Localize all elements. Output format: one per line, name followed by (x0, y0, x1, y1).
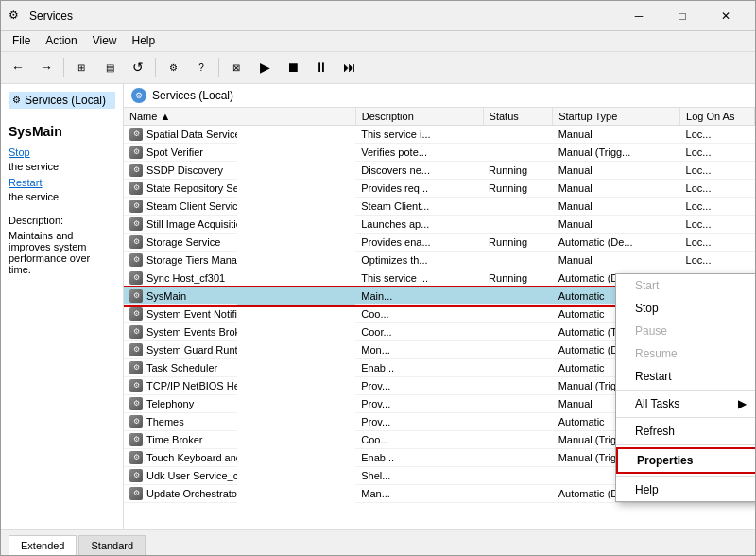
service-status-cell (483, 144, 553, 162)
back-button[interactable]: ← (5, 55, 31, 79)
table-row[interactable]: ⚙Still Image Acquisition EventsLaunches … (124, 216, 755, 234)
service-status-cell (483, 341, 553, 359)
service-status-cell (483, 252, 553, 269)
restart-button[interactable]: ⏭ (336, 55, 363, 79)
context-menu-refresh[interactable]: Refresh (616, 420, 755, 443)
service-name-text: SysMain (146, 290, 186, 302)
service-logon-cell: Loc... (680, 125, 755, 144)
service-status-cell (483, 467, 553, 485)
table-row[interactable]: ⚙Storage ServiceProvides ena...RunningAu… (124, 234, 755, 252)
service-logon-cell: Loc... (680, 162, 755, 180)
service-icon: ⚙ (129, 451, 143, 464)
menu-file[interactable]: File (5, 32, 38, 49)
service-name-cell: ⚙System Guard Runtime Mon... (124, 341, 237, 359)
table-row[interactable]: ⚙Storage Tiers ManagementOptimizes th...… (124, 252, 755, 269)
menu-view[interactable]: View (85, 32, 125, 49)
service-icon: ⚙ (129, 200, 143, 213)
context-menu-help[interactable]: Help (616, 478, 755, 501)
service-name-text: Update Orchestrator Service (146, 488, 237, 499)
context-menu-resume[interactable]: Resume (616, 342, 755, 365)
service-name-cell: ⚙Task Scheduler (124, 359, 237, 377)
context-menu-stop[interactable]: Stop (616, 297, 755, 320)
service-desc-cell: Steam Client... (355, 198, 483, 216)
service-name-text: TCP/IP NetBIOS Helper (146, 380, 237, 391)
context-menu-sep-3 (616, 444, 755, 445)
service-status-cell (483, 216, 553, 234)
service-name-text: Steam Client Service (146, 200, 237, 212)
stop-service-suffix: the service (9, 161, 59, 172)
service-desc-cell: Discovers ne... (355, 162, 483, 180)
service-name-text: Themes (146, 416, 184, 427)
col-logon[interactable]: Log On As (680, 108, 755, 126)
service-icon: ⚙ (129, 271, 143, 285)
service-name-text: Touch Keyboard and Handw... (146, 452, 237, 463)
context-menu-pause[interactable]: Pause (616, 320, 755, 342)
service-name-cell: ⚙Steam Client Service (124, 198, 237, 216)
service-name-cell: ⚙SSDP Discovery (124, 162, 237, 180)
service-name-cell: ⚙Touch Keyboard and Handw... (124, 449, 237, 467)
forward-button[interactable]: → (33, 55, 60, 79)
new-button[interactable]: ⊠ (223, 55, 249, 79)
description-label: Description: (9, 215, 115, 226)
service-icon: ⚙ (129, 217, 143, 231)
stop-service-link[interactable]: Stop (9, 147, 115, 158)
service-icon: ⚙ (129, 182, 143, 195)
show-console-tree-button[interactable]: ⊞ (68, 55, 94, 79)
service-name-text: Sync Host_cf301 (146, 272, 225, 284)
col-status[interactable]: Status (483, 108, 553, 126)
service-icon: ⚙ (129, 289, 143, 303)
service-desc-cell: Prov... (355, 395, 483, 413)
col-startup[interactable]: Startup Type (553, 108, 680, 126)
context-menu-restart[interactable]: Restart (616, 365, 755, 388)
close-button[interactable]: ✕ (704, 1, 747, 31)
toolbar-sep-2 (155, 58, 156, 77)
service-status-cell (483, 485, 553, 503)
service-icon: ⚙ (129, 361, 143, 374)
service-icon: ⚙ (129, 379, 143, 392)
menu-help[interactable]: Help (125, 32, 163, 49)
table-row[interactable]: ⚙Spatial Data ServiceThis service i...Ma… (124, 125, 755, 144)
table-row[interactable]: ⚙Steam Client ServiceSteam Client...Manu… (124, 198, 755, 216)
service-desc-cell: Mon... (355, 341, 483, 359)
service-startup-cell: Manual (553, 252, 680, 269)
toolbar-sep-3 (218, 58, 219, 77)
service-status-cell (483, 125, 553, 144)
play-button[interactable]: ▶ (251, 55, 278, 79)
table-row[interactable]: ⚙Spot VerifierVerifies pote...Manual (Tr… (124, 144, 755, 162)
col-name[interactable]: Name ▲ (124, 108, 355, 126)
selected-service-name: SysMain (9, 124, 115, 139)
service-desc-cell: Prov... (355, 413, 483, 431)
tree-item-services-local[interactable]: ⚙ Services (Local) (9, 92, 115, 109)
service-status-cell (483, 431, 553, 449)
col-description[interactable]: Description (355, 108, 483, 126)
context-menu-all-tasks[interactable]: All Tasks▶ (616, 392, 755, 415)
service-startup-cell: Manual (Trigg... (553, 144, 680, 162)
service-desc-cell: Coo... (355, 431, 483, 449)
table-row[interactable]: ⚙State Repository ServiceProvides req...… (124, 180, 755, 198)
help-button[interactable]: ? (188, 55, 215, 79)
bottom-tabs: Extended Standard (1, 529, 755, 555)
stop-button[interactable]: ⏹ (280, 55, 306, 79)
window-controls: ─ □ ✕ (617, 1, 747, 31)
minimize-button[interactable]: ─ (617, 1, 661, 31)
tab-standard[interactable]: Standard (78, 535, 146, 555)
service-logon-cell: Loc... (680, 198, 755, 216)
service-startup-cell: Manual (553, 198, 680, 216)
service-desc-cell: This service i... (355, 125, 483, 144)
up-one-level-button[interactable]: ▤ (96, 55, 123, 79)
menu-action[interactable]: Action (38, 32, 84, 49)
service-desc-cell: Provides req... (355, 180, 483, 198)
context-menu-start[interactable]: Start (616, 274, 755, 297)
service-startup-cell: Manual (553, 216, 680, 234)
service-name-text: SSDP Discovery (146, 165, 223, 176)
service-logon-cell: Loc... (680, 252, 755, 269)
context-menu-properties[interactable]: Properties (616, 447, 755, 474)
tab-extended[interactable]: Extended (9, 535, 77, 556)
maximize-button[interactable]: □ (661, 1, 704, 31)
table-row[interactable]: ⚙SSDP DiscoveryDiscovers ne...RunningMan… (124, 162, 755, 180)
show-hide-action-pane-button[interactable]: ↺ (125, 55, 151, 79)
properties-button[interactable]: ⚙ (160, 55, 186, 79)
restart-service-link[interactable]: Restart (9, 177, 115, 188)
service-status-cell (483, 377, 553, 395)
pause-button[interactable]: ⏸ (308, 55, 335, 79)
